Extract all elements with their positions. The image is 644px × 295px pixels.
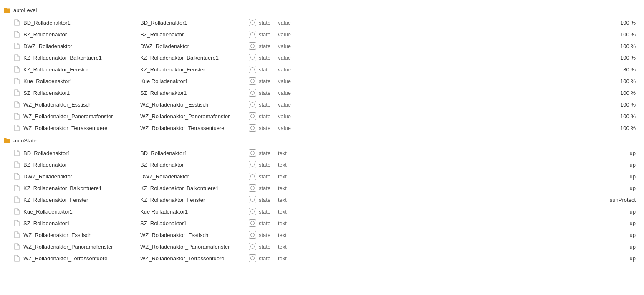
item-row[interactable]: SZ_Rolladenaktor1 SZ_Rolladenaktor1 stat… bbox=[0, 217, 644, 229]
state-label: state bbox=[259, 232, 274, 238]
state-label: state bbox=[259, 185, 274, 191]
item-id: BD_Rolladenaktor1 bbox=[140, 150, 249, 156]
item-value: up bbox=[630, 173, 644, 180]
item-row[interactable]: BD_Rolladenaktor1 BD_Rolladenaktor1 stat… bbox=[0, 17, 644, 28]
item-row[interactable]: BD_Rolladenaktor1 BD_Rolladenaktor1 stat… bbox=[0, 147, 644, 159]
type-label: value bbox=[278, 55, 299, 61]
state-circle-icon bbox=[249, 66, 256, 73]
file-icon bbox=[13, 196, 20, 203]
item-name: WZ_Rolladenaktor_Panoramafenster bbox=[23, 113, 140, 120]
file-icon bbox=[13, 43, 20, 49]
item-row[interactable]: Kue_Rolladenaktor1 Kue Rolladenaktor1 st… bbox=[0, 206, 644, 217]
item-state-container: state value bbox=[249, 124, 324, 132]
item-name: BZ_Rolladenaktor bbox=[23, 31, 140, 38]
item-value: 100 % bbox=[620, 55, 644, 61]
file-icon bbox=[13, 150, 20, 156]
item-row[interactable]: KZ_Rolladenaktor_Balkontuere1 KZ_Rollade… bbox=[0, 52, 644, 64]
type-label: text bbox=[278, 185, 299, 191]
item-value: 100 % bbox=[620, 43, 644, 49]
item-name: SZ_Rolladenaktor1 bbox=[23, 90, 140, 96]
tree-container: autoLevel BD_Rolladenaktor1 BD_Rolladena… bbox=[0, 0, 644, 267]
circle-inner bbox=[250, 256, 255, 260]
type-label: value bbox=[278, 78, 299, 84]
item-row[interactable]: KZ_Rolladenaktor_Balkontuere1 KZ_Rollade… bbox=[0, 182, 644, 194]
item-name: BD_Rolladenaktor1 bbox=[23, 20, 140, 26]
item-id: WZ_Rolladenaktor_Panoramafenster bbox=[140, 244, 249, 250]
circle-inner bbox=[250, 221, 255, 225]
type-label: text bbox=[278, 197, 299, 203]
type-label: value bbox=[278, 31, 299, 38]
item-state-container: state text bbox=[249, 231, 324, 239]
file-icon bbox=[13, 125, 20, 131]
type-label: value bbox=[278, 90, 299, 96]
item-row[interactable]: WZ_Rolladenaktor_Panoramafenster WZ_Roll… bbox=[0, 241, 644, 252]
item-name: DWZ_Rolladenaktor bbox=[23, 43, 140, 49]
file-icon bbox=[13, 31, 20, 38]
item-row[interactable]: WZ_Rolladenaktor_Panoramafenster WZ_Roll… bbox=[0, 110, 644, 122]
circle-inner bbox=[250, 233, 255, 237]
item-row[interactable]: WZ_Rolladenaktor_Esstisch WZ_Rolladenakt… bbox=[0, 229, 644, 241]
item-row[interactable]: WZ_Rolladenaktor_Esstisch WZ_Rolladenakt… bbox=[0, 99, 644, 110]
state-label: state bbox=[259, 244, 274, 250]
circle-inner bbox=[250, 67, 255, 71]
circle-inner bbox=[250, 163, 255, 167]
group-label: autoState bbox=[13, 137, 37, 144]
type-label: text bbox=[278, 255, 299, 262]
item-name: Kue_Rolladenaktor1 bbox=[23, 209, 140, 215]
item-state-container: state text bbox=[249, 254, 324, 262]
state-circle-icon bbox=[249, 254, 256, 262]
item-value: 100 % bbox=[620, 102, 644, 108]
item-state-container: state value bbox=[249, 89, 324, 97]
state-label: state bbox=[259, 31, 274, 38]
item-row[interactable]: Kue_Rolladenaktor1 Kue Rolladenaktor1 st… bbox=[0, 75, 644, 87]
item-row[interactable]: WZ_Rolladenaktor_Terrassentuere WZ_Rolla… bbox=[0, 122, 644, 134]
state-label: state bbox=[259, 125, 274, 131]
group-row-autoLevel[interactable]: autoLevel bbox=[0, 3, 644, 17]
circle-inner bbox=[250, 91, 255, 95]
item-id: BZ_Rolladenaktor bbox=[140, 31, 249, 38]
folder-icon bbox=[3, 6, 11, 14]
item-name: KZ_Rolladenaktor_Balkontuere1 bbox=[23, 55, 140, 61]
state-circle-icon bbox=[249, 112, 256, 120]
file-icon bbox=[13, 255, 20, 262]
item-row[interactable]: DWZ_Rolladenaktor DWZ_Rolladenaktor stat… bbox=[0, 40, 644, 52]
item-state-container: state value bbox=[249, 19, 324, 26]
item-row[interactable]: BZ_Rolladenaktor BZ_Rolladenaktor state … bbox=[0, 28, 644, 40]
item-id: BD_Rolladenaktor1 bbox=[140, 20, 249, 26]
group-row-autoState[interactable]: autoState bbox=[0, 134, 644, 147]
file-icon bbox=[13, 243, 20, 250]
item-row[interactable]: KZ_Rolladenaktor_Fenster KZ_Rolladenakto… bbox=[0, 64, 644, 75]
item-value: up bbox=[630, 150, 644, 156]
state-label: state bbox=[259, 197, 274, 203]
circle-inner bbox=[250, 79, 255, 83]
item-state-container: state value bbox=[249, 31, 324, 38]
state-label: state bbox=[259, 66, 274, 73]
item-row[interactable]: DWZ_Rolladenaktor DWZ_Rolladenaktor stat… bbox=[0, 170, 644, 182]
item-name: WZ_Rolladenaktor_Terrassentuere bbox=[23, 125, 140, 131]
type-label: text bbox=[278, 232, 299, 238]
item-row[interactable]: SZ_Rolladenaktor1 SZ_Rolladenaktor1 stat… bbox=[0, 87, 644, 99]
circle-inner bbox=[250, 114, 255, 118]
item-id: WZ_Rolladenaktor_Panoramafenster bbox=[140, 113, 249, 120]
item-id: SZ_Rolladenaktor1 bbox=[140, 220, 249, 226]
item-value: up bbox=[630, 185, 644, 191]
item-state-container: state text bbox=[249, 161, 324, 168]
state-circle-icon bbox=[249, 184, 256, 192]
state-circle-icon bbox=[249, 77, 256, 85]
state-circle-icon bbox=[249, 243, 256, 250]
item-state-container: state text bbox=[249, 173, 324, 180]
state-circle-icon bbox=[249, 149, 256, 157]
circle-inner bbox=[250, 44, 255, 48]
type-label: text bbox=[278, 162, 299, 168]
item-row[interactable]: BZ_Rolladenaktor BZ_Rolladenaktor state … bbox=[0, 159, 644, 170]
state-circle-icon bbox=[249, 54, 256, 61]
state-label: state bbox=[259, 209, 274, 215]
item-row[interactable]: WZ_Rolladenaktor_Terrassentuere WZ_Rolla… bbox=[0, 252, 644, 264]
state-circle-icon bbox=[249, 31, 256, 38]
item-name: DWZ_Rolladenaktor bbox=[23, 173, 140, 180]
item-state-container: state text bbox=[249, 184, 324, 192]
item-name: KZ_Rolladenaktor_Balkontuere1 bbox=[23, 185, 140, 191]
state-label: state bbox=[259, 113, 274, 120]
file-icon bbox=[13, 78, 20, 84]
item-row[interactable]: KZ_Rolladenaktor_Fenster KZ_Rolladenakto… bbox=[0, 194, 644, 206]
